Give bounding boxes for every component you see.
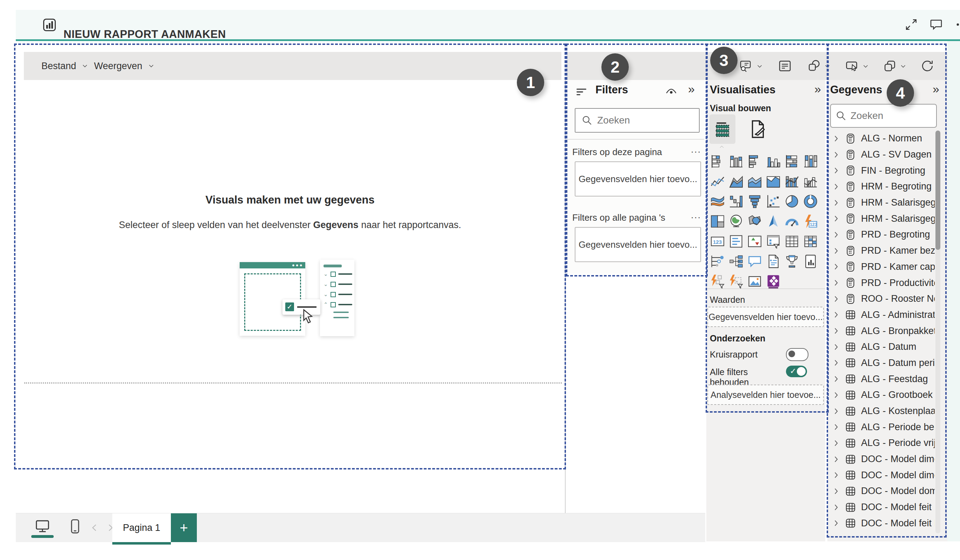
expand-chevron-icon[interactable] [832,487,841,496]
clustered-column-chart-icon[interactable] [766,153,781,170]
expand-chevron-icon[interactable] [832,503,841,512]
more-options-icon[interactable] [955,18,960,32]
line-stacked-column-chart-icon[interactable] [784,173,800,189]
expand-chevron-icon[interactable] [832,246,841,256]
data-table-row[interactable]: DOC - Model dimen... [827,467,935,483]
kpi-icon[interactable] [747,233,762,250]
waterfall-chart-icon[interactable] [728,194,744,210]
expand-chevron-icon[interactable] [832,455,841,464]
data-table-row[interactable]: ROO - Rooster Norm... [827,291,935,307]
group-icon[interactable] [883,59,897,73]
data-table-row[interactable]: ALG - Administratie [827,307,935,323]
data-table-row[interactable]: PRD - Kamer capacit... [827,259,935,275]
chevron-down-icon[interactable] [899,62,907,70]
expand-icon[interactable] [904,18,918,32]
report-visual-icon[interactable] [803,253,818,269]
filter-dropzone[interactable]: Gegevensvelden hier toevo... [575,227,701,262]
area-chart-icon[interactable] [728,173,744,189]
multirow-card-icon[interactable] [728,233,744,250]
data-table-row[interactable]: HRM - Begroting [827,179,935,195]
expand-chevron-icon[interactable] [832,182,841,191]
data-scrollbar-track[interactable] [936,131,940,533]
build-visual-mode-button[interactable] [709,114,736,144]
chevron-down-icon[interactable] [824,62,831,70]
expand-chevron-icon[interactable] [832,422,841,432]
image-visual-icon[interactable] [747,274,762,290]
data-table-row[interactable]: DOC - Model feit kol... [827,515,935,531]
collapse-data-icon[interactable]: » [933,82,939,96]
expand-chevron-icon[interactable] [832,438,841,448]
menu-item-weergeven[interactable]: Weergeven [94,52,155,80]
qa-visual-icon[interactable]: 123 [803,213,818,229]
toggle-on-keep-all-filters[interactable]: ✓ [786,366,807,377]
paginated-report-icon[interactable] [766,253,781,269]
expand-chevron-icon[interactable] [832,407,841,416]
stacked-column-chart-icon[interactable] [728,153,744,170]
section-more-icon[interactable]: ... [691,144,701,155]
power-apps-icon[interactable] [710,274,725,290]
expand-chevron-icon[interactable] [832,278,841,287]
donut-chart-icon[interactable] [803,194,818,210]
comment-icon[interactable] [929,18,943,32]
metrics-icon[interactable] [784,253,800,269]
previous-page-icon[interactable] [89,522,101,534]
pie-chart-icon[interactable] [784,194,800,210]
data-table-row[interactable]: DOC - Model domein [827,483,935,499]
analytics-dropzone[interactable]: Analysevelden hier toevoe... [707,384,824,405]
decomposition-tree-icon[interactable] [728,253,744,269]
pct-stacked-area-chart-icon[interactable] [766,173,781,189]
expand-chevron-icon[interactable] [832,390,841,400]
data-table-row[interactable]: PRD - Kamer bezetti... [827,243,935,259]
filter-dropzone[interactable]: Gegevensvelden hier toevo... [575,162,701,197]
data-search-input[interactable] [850,110,925,122]
ribbon-chart-icon[interactable] [710,194,725,210]
map-icon[interactable] [728,213,744,229]
treemap-icon[interactable] [710,213,725,229]
expand-chevron-icon[interactable] [832,150,841,159]
key-influencers-icon[interactable] [710,253,725,269]
data-table-row[interactable]: ALG - Feestdag [827,371,935,387]
expand-chevron-icon[interactable] [832,518,841,528]
data-table-row[interactable]: HRM - Salarisgegeve... [827,211,935,227]
custom-visual-icon[interactable] [766,274,781,290]
report-canvas[interactable]: Visuals maken met uw gegevens Selecteer … [16,80,564,513]
shapes-icon[interactable] [807,59,821,73]
add-page-button[interactable]: + [171,514,197,542]
expand-chevron-icon[interactable] [832,166,841,175]
funnel-chart-icon[interactable] [747,194,762,210]
chevron-down-icon[interactable] [862,62,869,70]
data-table-row[interactable]: FIN - Begroting [827,162,935,179]
pct-stacked-bar-chart-icon[interactable] [784,153,800,170]
narrative-visual-icon[interactable] [747,253,762,269]
table-icon[interactable] [784,233,800,250]
collapse-visualizations-icon[interactable]: » [814,82,821,96]
expand-chevron-icon[interactable] [832,470,841,480]
chevron-down-icon[interactable] [756,62,763,70]
data-scrollbar-thumb[interactable] [936,131,940,250]
card-icon[interactable]: 123 [710,233,725,250]
stacked-area-chart-icon[interactable] [747,173,762,189]
data-table-row[interactable]: PRD - Productiviteit ... [827,275,935,291]
expand-chevron-icon[interactable] [832,342,841,352]
expand-chevron-icon[interactable] [832,262,841,271]
clustered-bar-chart-icon[interactable] [747,153,762,170]
filled-map-icon[interactable] [747,213,762,229]
data-table-row[interactable]: DOC - Model dimen... [827,451,935,467]
gauge-icon[interactable] [784,213,800,229]
data-table-row[interactable]: ALG - Periode vrijgave [827,435,935,451]
line-clustered-column-chart-icon[interactable] [803,173,818,189]
expand-chevron-icon[interactable] [832,214,841,223]
power-automate-icon[interactable] [728,274,744,290]
azure-map-icon[interactable] [766,213,781,229]
section-more-icon[interactable]: ... [691,210,701,221]
page-tab[interactable]: Pagina 1 [112,514,171,544]
expand-chevron-icon[interactable] [832,198,841,207]
mobile-view-icon[interactable] [67,518,83,535]
buttons-icon[interactable] [845,59,859,73]
line-chart-icon[interactable] [710,173,725,189]
refresh-icon[interactable] [920,59,934,73]
scatter-chart-icon[interactable] [766,194,781,210]
data-table-row[interactable]: ALG - Kostenplaats [827,403,935,419]
format-visual-mode-button[interactable] [747,118,768,140]
expand-chevron-icon[interactable] [832,310,841,319]
